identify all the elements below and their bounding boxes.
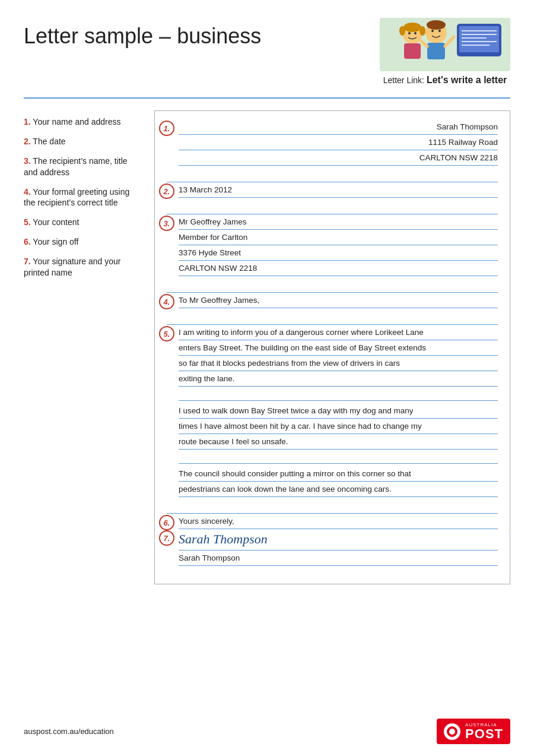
legend-text-1: Your name and address	[33, 117, 120, 126]
page-header: Letter sample – business	[24, 18, 510, 86]
legend-item-1: 1. Your name and address	[24, 116, 142, 128]
content-p1-l3: so far that it blocks pedestrians from t…	[179, 356, 498, 371]
sender-address2: CARLTON NSW 2218	[419, 153, 498, 164]
sender-address1-line: 1115 Railway Road	[179, 135, 498, 150]
letter-link-label: Letter Link: Let's write a letter	[383, 75, 507, 86]
content-p1-l1: I am writing to inform you of a dangerou…	[179, 325, 498, 340]
content-p2-line3-text: route because I feel so unsafe.	[179, 436, 288, 448]
page-title: Letter sample – business	[24, 24, 261, 49]
legend-number-5: 5.	[24, 217, 31, 227]
spacer-5	[167, 502, 498, 514]
svg-rect-12	[427, 43, 445, 59]
mascot-image	[380, 18, 510, 71]
svg-rect-21	[404, 43, 421, 59]
section-recipient: 3. Mr Geoffrey James Member for Carlton …	[167, 214, 498, 276]
badge-3: 3.	[159, 216, 174, 231]
spacer-1	[167, 170, 498, 182]
badge-1: 1.	[159, 121, 174, 136]
bottom-padding	[167, 566, 498, 572]
recipient-address2-line: CARLTON NSW 2218	[179, 261, 498, 276]
greeting-text: To Mr Geoffrey James,	[179, 295, 259, 306]
badge-6: 6.	[159, 515, 174, 530]
letter-link-prefix: Letter Link:	[383, 75, 427, 85]
legend-item-6: 6. Your sign off	[24, 236, 142, 248]
content-p3-line1-text: The council should consider putting a mi…	[179, 469, 411, 480]
content-p1-line4-text: exiting the lane.	[179, 374, 235, 385]
legend-item-4: 4. Your formal greeting using the recipi…	[24, 186, 142, 209]
legend-number-6: 6.	[24, 237, 31, 246]
signature-printed-line: Sarah Thompson	[179, 551, 498, 566]
badge-2: 2.	[159, 184, 174, 199]
badge-7: 7.	[159, 530, 174, 546]
legend-number-1: 1.	[24, 117, 31, 126]
recipient-address1-line: 3376 Hyde Street	[179, 245, 498, 261]
section-greeting: 4. To Mr Geoffrey James,	[167, 293, 498, 308]
section-sender: 1. Sarah Thompson 1115 Railway Road CARL…	[167, 119, 498, 166]
section-date: 2. 13 March 2012	[167, 182, 498, 198]
content-p1-l2: enters Bay Street. The building on the e…	[179, 340, 498, 356]
date-line: 13 March 2012	[179, 182, 498, 198]
sender-name-line: Sarah Thompson	[179, 119, 498, 135]
recipient-name: Mr Geoffrey James	[179, 217, 247, 228]
content-p1-l4: exiting the lane.	[179, 371, 498, 387]
main-layout: 1. Your name and address 2. The date 3. …	[24, 110, 510, 584]
letter-box: 1. Sarah Thompson 1115 Railway Road CARL…	[154, 110, 510, 584]
header-divider	[24, 97, 510, 99]
svg-point-20	[414, 32, 417, 34]
legend-item-3: 3. The recipient’s name, title and addre…	[24, 156, 142, 178]
svg-point-19	[408, 32, 411, 34]
recipient-address2: CARLTON NSW 2218	[179, 263, 257, 274]
legend-text-3: The recipient’s name, title and address	[24, 156, 128, 177]
auspost-circle-icon	[444, 723, 460, 740]
letter-date: 13 March 2012	[179, 185, 232, 196]
svg-point-17	[399, 26, 405, 36]
auspost-logo: AUSTRALIA POST	[437, 719, 510, 744]
sender-address2-line: CARLTON NSW 2218	[179, 150, 498, 166]
content-p2-l1: I used to walk down Bay Street twice a d…	[179, 403, 498, 419]
content-p3-l1: The council should consider putting a mi…	[179, 466, 498, 482]
recipient-name-line: Mr Geoffrey James	[179, 214, 498, 230]
content-p2-l3: route because I feel so unsafe.	[179, 434, 498, 450]
auspost-text-block: AUSTRALIA POST	[465, 722, 503, 741]
content-p3-l2: pedestrians can look down the lane and s…	[179, 482, 498, 497]
legend-number-2: 2.	[24, 137, 31, 146]
letter-link-title: Let's write a letter	[427, 75, 507, 85]
badge-4: 4.	[159, 294, 174, 309]
svg-point-18	[419, 26, 425, 36]
svg-point-9	[427, 20, 446, 30]
spacer-3	[167, 281, 498, 293]
signature-cursive: Sarah Thompson	[179, 530, 268, 549]
legend-number-4: 4.	[24, 187, 31, 197]
auspost-post-label: POST	[465, 727, 503, 741]
legend-item-5: 5. Your content	[24, 217, 142, 228]
footer-url: auspost.com.au/education	[24, 727, 114, 736]
signoff-line: Yours sincerely,	[179, 514, 498, 529]
legend-number-7: 7.	[24, 257, 31, 266]
svg-point-16	[403, 23, 421, 32]
recipient-title: Member for Carlton	[179, 232, 247, 243]
legend-text-5: Your content	[33, 217, 79, 227]
badge-5: 5.	[159, 326, 174, 341]
signoff-text: Yours sincerely,	[179, 516, 234, 527]
content-p1-line3-text: so far that it blocks pedestrians from t…	[179, 358, 400, 369]
spacer-4	[167, 313, 498, 325]
legend-number-3: 3.	[24, 156, 31, 166]
section-signature: 7. Sarah Thompson Sarah Thompson	[167, 529, 498, 566]
sender-address1: 1115 Railway Road	[428, 137, 498, 148]
page-footer: auspost.com.au/education AUSTRALIA POST	[24, 719, 510, 744]
recipient-title-line: Member for Carlton	[179, 230, 498, 245]
content-p1-line1-text: I am writing to inform you of a dangerou…	[179, 327, 424, 339]
content-p2-line2-text: times I have almost been hit by a car. I…	[179, 421, 422, 432]
legend-text-4: Your formal greeting using the recipient…	[24, 187, 129, 208]
signature-printed: Sarah Thompson	[179, 553, 240, 564]
legend-text-2: The date	[33, 137, 65, 146]
legend-item-2: 2. The date	[24, 136, 142, 147]
svg-point-10	[431, 30, 434, 32]
signature-script-line: Sarah Thompson	[179, 529, 498, 551]
spacer-2	[167, 203, 498, 214]
greeting-line: To Mr Geoffrey James,	[179, 293, 498, 308]
content-spacer-1	[179, 389, 498, 401]
content-p2-l2: times I have almost been hit by a car. I…	[179, 419, 498, 434]
section-signoff: 6. Yours sincerely,	[167, 514, 498, 529]
legend-text-6: Your sign off	[33, 237, 78, 246]
